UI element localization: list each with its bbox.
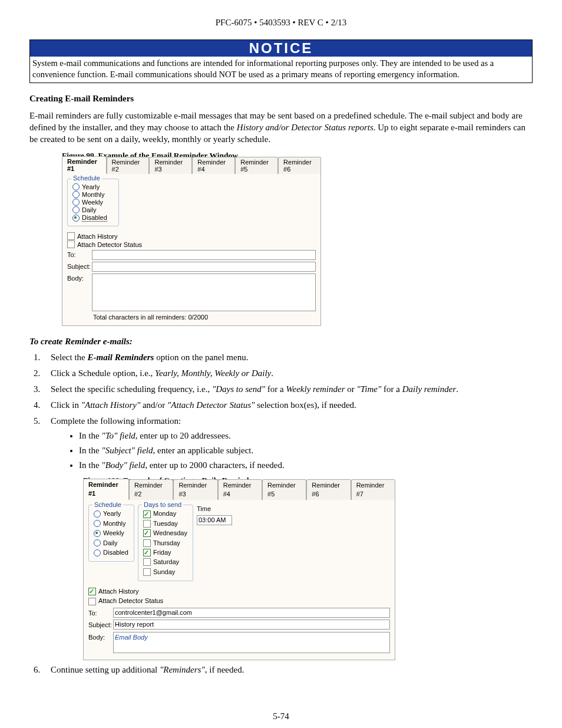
fig100-time-label: Time	[197, 505, 232, 513]
radio-label: Weekly	[103, 529, 124, 538]
radio-icon	[94, 520, 101, 527]
fig100-radio-yearly[interactable]: Yearly	[94, 509, 129, 518]
fig99-radio-daily[interactable]: Daily	[72, 206, 114, 213]
fig99-tab-1[interactable]: Reminder #1	[62, 156, 107, 174]
bullet-body: In the "Body" field, enter up to 2000 ch…	[79, 459, 533, 472]
steps-list: Select the E-mail Reminders option on th…	[29, 351, 533, 676]
page-number: 5-74	[29, 711, 533, 722]
fig100-subject-label: Subject:	[88, 620, 113, 630]
radio-icon	[72, 191, 80, 198]
fig100-tab-2[interactable]: Reminder #2	[129, 479, 173, 500]
fig99-char-counter: Total characters in all reminders: 0/200…	[93, 314, 316, 321]
fig99-body-input[interactable]	[92, 274, 316, 311]
fig100-day-sun[interactable]: Sunday	[143, 568, 188, 577]
t: or	[345, 384, 357, 394]
fig100-body-input[interactable]: Email Body	[113, 632, 390, 653]
t: selection box(es), if needed.	[254, 400, 356, 410]
radio-label: Weekly	[82, 199, 103, 206]
fig100-tab-7[interactable]: Reminder #7	[351, 479, 395, 500]
fig100-check-detector[interactable]: Attach Detector Status	[88, 597, 390, 605]
figure-100-window: Reminder #1 Reminder #2 Reminder #3 Remi…	[83, 488, 395, 660]
t: "Subject" field	[101, 446, 153, 455]
t: for a	[265, 384, 286, 394]
t: .	[456, 384, 458, 394]
fig100-day-mon[interactable]: Monday	[143, 509, 188, 518]
t: Weekly reminder	[286, 384, 345, 394]
checkbox-label: Attach History	[98, 587, 138, 596]
fig100-radio-daily[interactable]: Daily	[94, 539, 129, 548]
fig99-radio-monthly[interactable]: Monthly	[72, 191, 114, 198]
radio-icon	[94, 510, 101, 518]
radio-label: Disabled	[103, 548, 128, 557]
fig99-check-detector[interactable]: Attach Detector Status	[67, 241, 316, 248]
t: "To" field	[101, 431, 135, 440]
fig100-radio-weekly[interactable]: Weekly	[94, 529, 129, 538]
step-5: Complete the following information: In t…	[42, 415, 533, 660]
fig100-to-input[interactable]: controlcenter1@gmail.com	[113, 608, 390, 618]
t: Click a Schedule option, i.e.,	[51, 368, 155, 378]
fig99-tab-6[interactable]: Reminder #6	[278, 157, 321, 174]
fig99-subject-input[interactable]	[92, 262, 316, 272]
radio-label: Disabled	[82, 214, 107, 222]
fig100-days-group: Days to send Monday Tuesday Wednesday Th…	[138, 505, 193, 581]
checkbox-icon	[67, 241, 75, 248]
fig99-tabs: Reminder #1 Reminder #2 Reminder #3 Remi…	[62, 162, 321, 174]
fig99-tab-3[interactable]: Reminder #3	[149, 157, 192, 174]
radio-icon	[72, 215, 80, 222]
fig100-tab-1[interactable]: Reminder #1	[83, 479, 129, 500]
step-3: Select the specific scheduling frequency…	[42, 383, 533, 396]
fig100-subject-row: Subject: History report	[88, 620, 390, 630]
fig100-day-thu[interactable]: Thursday	[143, 539, 188, 548]
fig99-schedule-group: Schedule Yearly Monthly Weekly Daily Dis…	[67, 179, 119, 226]
fig100-tab-5[interactable]: Reminder #5	[262, 479, 306, 500]
radio-icon	[94, 549, 101, 556]
t: "Attach Detector Status"	[167, 400, 254, 410]
fig99-tab-5[interactable]: Reminder #5	[235, 157, 278, 174]
notice-banner-right	[510, 40, 532, 57]
fig99-to-row: To:	[67, 250, 316, 260]
checkbox-label: Friday	[153, 548, 171, 557]
fig100-tab-6[interactable]: Reminder #6	[306, 479, 351, 500]
step-1: Select the E-mail Reminders option on th…	[42, 351, 533, 364]
checkbox-icon	[143, 510, 151, 518]
t: Continue setting up additional	[51, 665, 160, 674]
fig100-time-input[interactable]: 03:00 AM	[197, 515, 232, 525]
fig100-radio-disabled[interactable]: Disabled	[94, 548, 129, 557]
intro-text-b: History and/or Detector Status reports	[237, 123, 373, 132]
t: In the	[79, 446, 101, 455]
step-4: Click in "Attach History" and/or "Attach…	[42, 399, 533, 411]
fig99-radio-weekly[interactable]: Weekly	[72, 199, 114, 206]
radio-label: Yearly	[103, 509, 121, 518]
notice-banner-left	[30, 40, 52, 57]
fig100-subject-input[interactable]: History report	[113, 620, 390, 630]
fig99-tab-2[interactable]: Reminder #2	[107, 157, 150, 174]
radio-icon	[72, 206, 80, 213]
fig99-tab-4[interactable]: Reminder #4	[192, 157, 235, 174]
fig100-check-history[interactable]: Attach History	[88, 587, 390, 596]
fig99-body-row: Body:	[67, 274, 316, 311]
fig100-radio-monthly[interactable]: Monthly	[94, 519, 129, 528]
t: Complete the following information:	[51, 416, 181, 426]
fig100-tab-4[interactable]: Reminder #4	[218, 479, 262, 500]
fig100-day-wed[interactable]: Wednesday	[143, 529, 188, 538]
radio-icon	[72, 199, 80, 206]
checkbox-label: Wednesday	[153, 529, 187, 538]
fig100-day-fri[interactable]: Friday	[143, 548, 188, 557]
fig99-radio-disabled[interactable]: Disabled	[72, 214, 114, 222]
fig99-check-history[interactable]: Attach History	[67, 232, 316, 240]
fig100-days-title: Days to send	[142, 500, 183, 509]
fig100-body-label: Body:	[88, 632, 113, 642]
fig100-day-sat[interactable]: Saturday	[143, 558, 188, 566]
fig100-day-tue[interactable]: Tuesday	[143, 519, 188, 528]
fig100-tab-3[interactable]: Reminder #3	[173, 479, 217, 500]
intro-paragraph: E-mail reminders are fully customizable …	[29, 110, 533, 146]
checkbox-icon	[88, 588, 96, 595]
fig100-schedule-title: Schedule	[92, 500, 123, 509]
t: , enter up to 20 addressees.	[135, 431, 231, 440]
t: Daily reminder	[402, 384, 457, 394]
fig99-to-input[interactable]	[92, 250, 316, 260]
t: "Body" field	[101, 460, 145, 470]
fig99-body: Schedule Yearly Monthly Weekly Daily Dis…	[62, 173, 321, 326]
fig100-time-group: Time 03:00 AM	[197, 505, 232, 525]
fig99-radio-yearly[interactable]: Yearly	[72, 183, 114, 190]
